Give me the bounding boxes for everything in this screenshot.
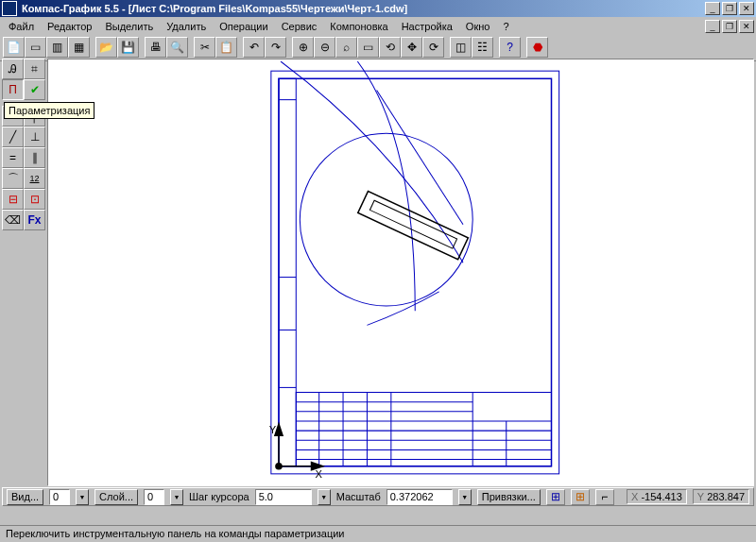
menu-select[interactable]: Выделить	[98, 19, 160, 34]
ortho-toggle-button[interactable]: ⊞	[571, 489, 590, 505]
new-button[interactable]: 📄	[3, 37, 25, 58]
zoom-in-button[interactable]: ⊕	[292, 37, 314, 58]
preview-button[interactable]: 🔍	[166, 37, 188, 58]
refresh-button[interactable]: ⟳	[422, 37, 444, 58]
zoom-window-button[interactable]: ⌕	[335, 37, 357, 58]
drawing-canvas[interactable]: Y X	[50, 61, 751, 483]
scale-dropdown[interactable]: ▼	[458, 489, 472, 505]
menu-delete[interactable]: Удалить	[160, 19, 213, 34]
menu-window[interactable]: Окно	[459, 19, 497, 34]
fix-dim-b-button[interactable]: ⊡	[24, 189, 45, 210]
svg-point-21	[300, 133, 472, 306]
text-tool-button[interactable]: Ꭿ	[2, 59, 24, 79]
bottom-panel: Вид... 0 ▼ Слой... 0 ▼ Шаг курсора 5.0 ▼…	[2, 487, 754, 506]
coord-x: X -154.413	[627, 489, 687, 504]
mdi-restore-button[interactable]: ❐	[722, 20, 737, 33]
layer-input[interactable]: 0	[144, 489, 164, 505]
scale-input[interactable]: 0.372062	[387, 489, 453, 505]
left-tool-panel: Ꭿ ⌗ П ✔ — │ ╱ ⊥ = ∥ ⌒ 12 ⊟ ⊡ ⌫ Fx	[2, 59, 45, 486]
help-button[interactable]: ?	[499, 37, 521, 58]
title-bar: Компас-График 5.5 - [Лист C:\Program Fil…	[0, 0, 756, 17]
new-part-button[interactable]: ▭	[25, 37, 46, 58]
menu-operations[interactable]: Операции	[213, 19, 274, 34]
parallel-tool-button[interactable]: ∥	[24, 147, 45, 168]
axis-x-label: X	[316, 468, 323, 480]
diag-tool-button[interactable]: ╱	[2, 127, 24, 147]
zoom-fit-button[interactable]: ▭	[357, 37, 379, 58]
view-dropdown[interactable]: ▼	[76, 489, 89, 505]
grid-toggle-button[interactable]: ⊞	[546, 489, 565, 505]
layer-dropdown[interactable]: ▼	[170, 489, 183, 505]
symbol-tool-button[interactable]: ⌗	[24, 59, 45, 79]
print-button[interactable]: 🖶	[145, 37, 166, 58]
menu-service[interactable]: Сервис	[275, 19, 324, 34]
mdi-close-button[interactable]: ✕	[739, 20, 754, 33]
zoom-prev-button[interactable]: ⟲	[379, 37, 401, 58]
view-button[interactable]: Вид...	[7, 489, 43, 505]
pan-button[interactable]: ✥	[401, 37, 422, 58]
view-input[interactable]: 0	[49, 489, 70, 505]
main-toolbar: 📄 ▭ ▥ ▦ 📂 💾 🖶 🔍 ✂ 📋 ↶ ↷ ⊕ ⊖ ⌕ ▭ ⟲ ✥ ⟳ ◫ …	[0, 35, 756, 61]
fx-button[interactable]: Fx	[24, 210, 45, 230]
svg-rect-2	[279, 78, 296, 466]
layers-button[interactable]: ◫	[450, 37, 472, 58]
axis-y-label: Y	[269, 424, 277, 435]
redo-button[interactable]: ↷	[265, 37, 286, 58]
save-button[interactable]: 💾	[117, 37, 139, 58]
app-icon	[2, 1, 17, 16]
localcs-button[interactable]: ⌐	[595, 489, 614, 505]
fix-dim-a-button[interactable]: ⊟	[2, 189, 24, 210]
drawing-workspace[interactable]: Y X	[47, 59, 754, 486]
stop-button[interactable]: ⬣	[526, 37, 548, 58]
point-tool-button[interactable]: П	[2, 79, 24, 100]
menu-bar: Файл Редактор Выделить Удалить Операции …	[0, 17, 756, 35]
dim-tool-button[interactable]: 12	[24, 168, 45, 189]
snap-button[interactable]: Привязки...	[477, 489, 541, 505]
param-tool-button[interactable]: ✔	[24, 79, 45, 100]
open-button[interactable]: 📂	[95, 37, 117, 58]
menu-help[interactable]: ?	[496, 19, 515, 34]
equal-tool-button[interactable]: =	[2, 147, 24, 168]
perp-tool-button[interactable]: ⊥	[24, 127, 45, 147]
del-constr-button[interactable]: ⌫	[2, 210, 24, 230]
status-text: Переключить инструментальную панель на к…	[6, 528, 345, 539]
mdi-minimize-button[interactable]: _	[705, 20, 720, 33]
step-label: Шаг курсора	[189, 491, 249, 502]
menu-file[interactable]: Файл	[2, 19, 41, 34]
new-frag-button[interactable]: ▦	[68, 37, 90, 58]
minimize-button[interactable]: _	[705, 2, 720, 15]
menu-layout[interactable]: Компоновка	[323, 19, 394, 34]
views-button[interactable]: ☷	[472, 37, 493, 58]
coord-y: Y 283.847	[693, 489, 749, 504]
svg-point-28	[276, 464, 282, 469]
step-dropdown[interactable]: ▼	[318, 489, 331, 505]
tangent-tool-button[interactable]: ⌒	[2, 168, 24, 189]
close-button[interactable]: ✕	[739, 2, 754, 15]
new-asm-button[interactable]: ▥	[46, 37, 68, 58]
copy-button[interactable]: 📋	[215, 37, 237, 58]
window-title: Компас-График 5.5 - [Лист C:\Program Fil…	[20, 3, 703, 14]
zoom-out-button[interactable]: ⊖	[314, 37, 335, 58]
svg-rect-7	[296, 392, 551, 466]
tooltip: Параметризация	[4, 102, 94, 119]
menu-editor[interactable]: Редактор	[41, 19, 98, 34]
step-input[interactable]: 5.0	[255, 489, 312, 505]
menu-setup[interactable]: Настройка	[395, 19, 459, 34]
status-bar: Переключить инструментальную панель на к…	[0, 525, 756, 542]
layer-button[interactable]: Слой...	[94, 489, 138, 505]
svg-rect-0	[271, 71, 559, 474]
maximize-button[interactable]: ❐	[722, 2, 737, 15]
undo-button[interactable]: ↶	[243, 37, 265, 58]
scale-label: Масштаб	[336, 491, 381, 502]
cut-button[interactable]: ✂	[194, 37, 215, 58]
svg-rect-1	[279, 78, 552, 466]
